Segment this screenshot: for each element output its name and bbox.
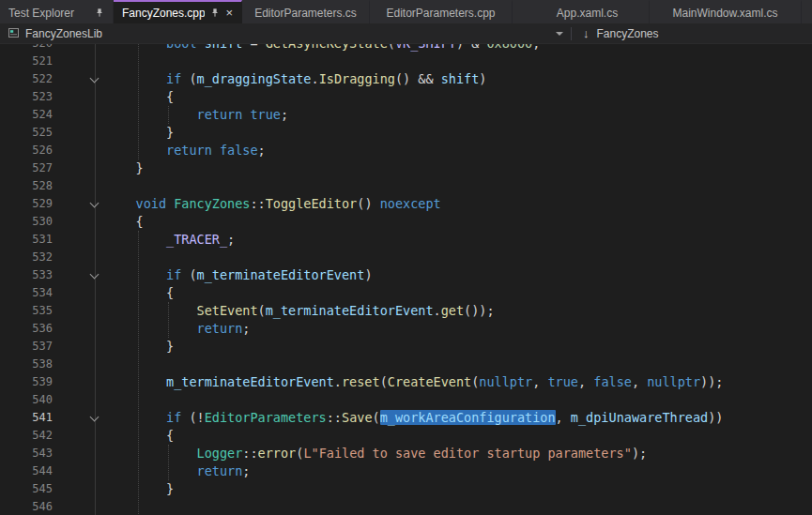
type-dropdown[interactable]: ↓ FancyZones [572, 23, 670, 43]
code-text[interactable]: Logger::error(L"Failed to save editor st… [105, 445, 647, 462]
line-number[interactable]: 541 [0, 409, 53, 427]
line-number[interactable]: 521 [0, 53, 53, 70]
code-line-526[interactable]: 526 return false; [0, 142, 812, 159]
code-line-533[interactable]: 533 if (m_terminateEditorEvent) [0, 266, 812, 284]
tab-group-gap [513, 0, 526, 23]
tab-editorparameters-cs[interactable]: EditorParameters.cs [242, 0, 370, 23]
fold-chevron-icon[interactable] [90, 270, 100, 280]
line-number[interactable]: 520 [0, 44, 53, 53]
code-text[interactable]: { [105, 88, 174, 106]
project-icon [8, 25, 20, 42]
project-dropdown[interactable]: FancyZonesLib [0, 23, 571, 43]
line-number[interactable]: 537 [0, 338, 53, 356]
line-number[interactable]: 532 [0, 249, 53, 266]
chevron-down-icon [556, 32, 563, 36]
code-text[interactable]: { [105, 427, 174, 445]
line-number[interactable]: 524 [0, 106, 53, 124]
line-number[interactable]: 538 [0, 356, 53, 373]
code-text[interactable]: } [105, 124, 174, 142]
tab-label: EditorParameters.cs [251, 7, 360, 20]
line-number[interactable]: 540 [0, 391, 53, 409]
fold-chevron-icon[interactable] [90, 74, 100, 83]
code-line-522[interactable]: 522 if (m_draggingState.IsDragging() && … [0, 70, 812, 88]
line-number[interactable]: 542 [0, 427, 53, 445]
line-number[interactable]: 544 [0, 462, 53, 480]
code-line-529[interactable]: 529 void FancyZones::ToggleEditor() noex… [0, 195, 812, 213]
tab-mainwindow-xaml-cs[interactable]: MainWindow.xaml.cs [650, 0, 802, 23]
tab-label: EditorParameters.cpp [378, 7, 503, 20]
tab-label: MainWindow.xaml.cs [658, 7, 792, 20]
code-text[interactable]: } [105, 338, 174, 356]
code-text[interactable]: if (m_draggingState.IsDragging() && shif… [105, 70, 486, 88]
tab-app-xaml-cs[interactable]: App.xaml.cs [526, 0, 650, 23]
code-line-541[interactable]: 541 if (!EditorParameters::Save(m_workAr… [0, 409, 812, 427]
code-text[interactable]: if (!EditorParameters::Save(m_workAreaCo… [105, 409, 723, 427]
code-text[interactable]: return; [105, 320, 250, 338]
line-number[interactable]: 522 [0, 70, 53, 88]
code-line-537[interactable]: 537 } [0, 338, 812, 356]
code-text[interactable]: SetEvent(m_terminateEditorEvent.get()); [105, 302, 495, 320]
fold-chevron-icon[interactable] [90, 199, 100, 208]
line-number[interactable]: 543 [0, 445, 53, 462]
code-line-546[interactable]: 546 [0, 498, 812, 515]
code-editor[interactable]: 520 bool shift = GetAsyncKeyState(VK_SHI… [0, 44, 812, 515]
code-text[interactable]: } [105, 480, 174, 498]
line-number[interactable]: 535 [0, 302, 53, 320]
line-number[interactable]: 529 [0, 195, 53, 213]
code-line-528[interactable]: 528 [0, 177, 812, 195]
code-line-532[interactable]: 532 [0, 249, 812, 266]
code-line-536[interactable]: 536 return; [0, 320, 812, 338]
code-line-530[interactable]: 530 { [0, 213, 812, 231]
line-number[interactable]: 533 [0, 266, 53, 284]
line-number[interactable]: 528 [0, 177, 53, 195]
line-number[interactable]: 539 [0, 373, 53, 391]
close-icon[interactable]: × [225, 7, 233, 19]
pin-icon[interactable] [95, 8, 104, 18]
code-text[interactable]: void FancyZones::ToggleEditor() noexcept [105, 195, 441, 213]
line-number[interactable]: 546 [0, 498, 53, 515]
line-number[interactable]: 525 [0, 124, 53, 142]
code-line-538[interactable]: 538 [0, 356, 812, 373]
tab-label: FancyZones.cpp [122, 7, 205, 20]
code-line-527[interactable]: 527 } [0, 159, 812, 177]
line-number[interactable]: 534 [0, 284, 53, 302]
code-text[interactable]: { [105, 213, 144, 231]
pin-icon[interactable] [210, 8, 220, 18]
tab-label: App.xaml.cs [534, 7, 640, 20]
code-text[interactable]: } [105, 159, 144, 177]
code-line-539[interactable]: 539 m_terminateEditorEvent.reset(CreateE… [0, 373, 812, 391]
fold-chevron-icon[interactable] [90, 413, 100, 422]
line-number[interactable]: 523 [0, 88, 53, 106]
tab-editorparameters-cpp[interactable]: EditorParameters.cpp [370, 0, 513, 23]
code-line-531[interactable]: 531 _TRACER_; [0, 231, 812, 249]
code-text[interactable]: bool shift = GetAsyncKeyState(VK_SHIFT) … [105, 44, 540, 53]
line-number[interactable]: 530 [0, 213, 53, 231]
code-text[interactable]: return true; [105, 106, 288, 124]
code-line-520[interactable]: 520 bool shift = GetAsyncKeyState(VK_SHI… [0, 44, 812, 53]
code-text[interactable]: m_terminateEditorEvent.reset(CreateEvent… [105, 373, 723, 391]
code-line-543[interactable]: 543 Logger::error(L"Failed to save edito… [0, 445, 812, 462]
code-text[interactable]: _TRACER_; [105, 231, 235, 249]
tab-fancyzones-cpp[interactable]: FancyZones.cpp× [114, 0, 242, 23]
tab-test-explorer[interactable]: Test Explorer [0, 0, 114, 23]
code-line-545[interactable]: 545 } [0, 480, 812, 498]
code-line-525[interactable]: 525 } [0, 124, 812, 142]
code-line-534[interactable]: 534 { [0, 284, 812, 302]
line-number[interactable]: 545 [0, 480, 53, 498]
code-line-540[interactable]: 540 [0, 391, 812, 409]
code-text[interactable]: return; [105, 462, 250, 480]
code-text[interactable]: if (m_terminateEditorEvent) [105, 266, 373, 284]
line-number[interactable]: 527 [0, 159, 53, 177]
line-number[interactable]: 526 [0, 142, 53, 159]
code-line-544[interactable]: 544 return; [0, 462, 812, 480]
code-line-521[interactable]: 521 [0, 53, 812, 70]
code-text[interactable]: { [105, 284, 174, 302]
line-number[interactable]: 531 [0, 231, 53, 249]
type-dropdown-label: FancyZones [597, 27, 659, 40]
code-line-524[interactable]: 524 return true; [0, 106, 812, 124]
code-line-542[interactable]: 542 { [0, 427, 812, 445]
line-number[interactable]: 536 [0, 320, 53, 338]
code-text[interactable]: return false; [105, 142, 266, 159]
code-line-523[interactable]: 523 { [0, 88, 812, 106]
code-line-535[interactable]: 535 SetEvent(m_terminateEditorEvent.get(… [0, 302, 812, 320]
